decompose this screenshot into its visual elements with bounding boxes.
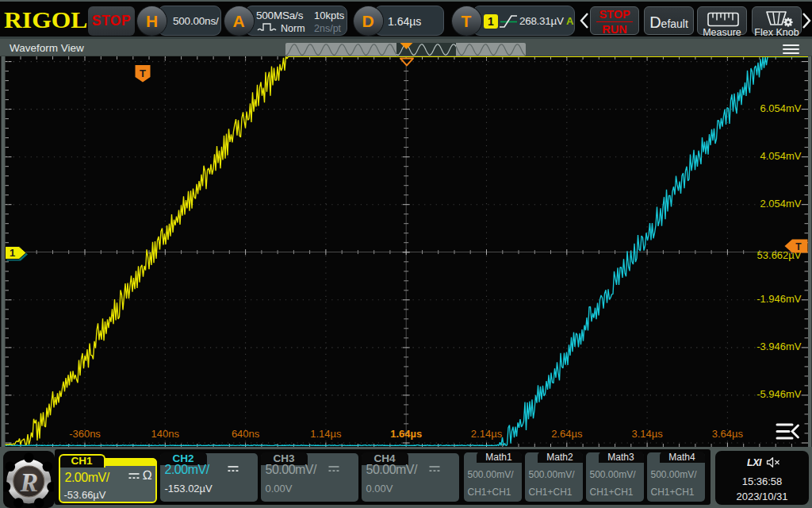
svg-text:640ns: 640ns	[232, 428, 260, 440]
svg-text:-1.946mV: -1.946mV	[756, 293, 802, 305]
svg-text:6.054mV: 6.054mV	[760, 102, 801, 114]
svg-text:3.64µs: 3.64µs	[712, 428, 744, 440]
svg-text:1: 1	[10, 247, 15, 259]
svg-text:T: T	[795, 241, 802, 252]
svg-text:-5.946mV: -5.946mV	[756, 388, 802, 400]
svg-text:-360ns: -360ns	[69, 428, 101, 440]
svg-text:3.14µs: 3.14µs	[631, 428, 663, 440]
svg-text:2.054mV: 2.054mV	[760, 198, 801, 210]
svg-text:T: T	[140, 67, 146, 79]
svg-text:2.64µs: 2.64µs	[551, 428, 583, 440]
svg-text:140ns: 140ns	[151, 428, 180, 440]
svg-text:4.054mV: 4.054mV	[760, 150, 801, 162]
svg-text:-3.946mV: -3.946mV	[756, 341, 802, 352]
svg-text:1.14µs: 1.14µs	[310, 428, 342, 440]
svg-text:2.14µs: 2.14µs	[471, 428, 503, 440]
svg-text:1.64µs: 1.64µs	[390, 428, 422, 440]
svg-text:R: R	[19, 467, 38, 496]
